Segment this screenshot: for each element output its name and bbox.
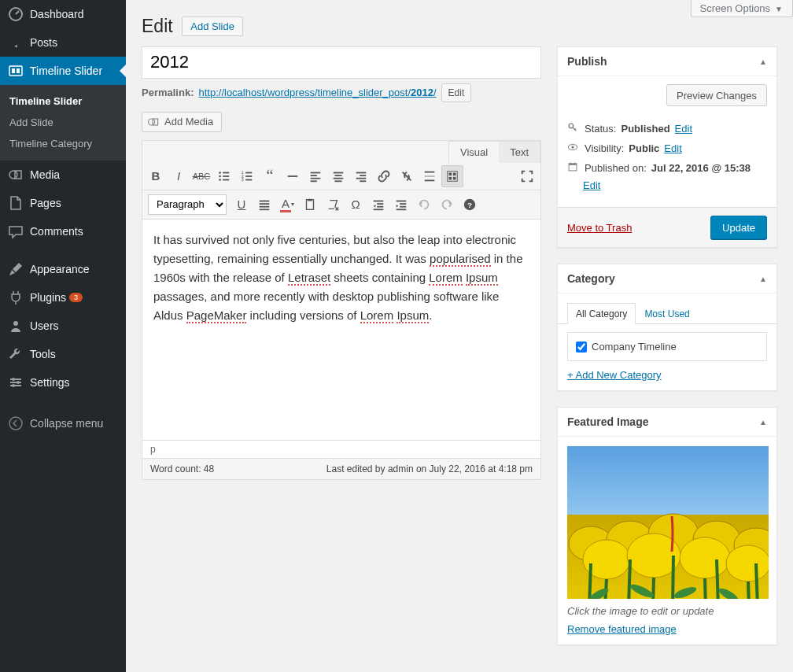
add-slide-button[interactable]: Add Slide — [182, 17, 243, 36]
edit-visibility-link[interactable]: Edit — [664, 142, 681, 154]
collapse-menu[interactable]: Collapse menu — [0, 409, 126, 438]
screen-options-button[interactable]: Screen Options▼ — [691, 0, 793, 17]
key-icon — [567, 122, 580, 135]
paste-text-button[interactable] — [299, 194, 321, 216]
svg-rect-69 — [569, 164, 577, 165]
submenu-timeline-slider[interactable]: Timeline Slider — [0, 90, 126, 112]
featured-image-caption: Click the image to edit or update — [567, 605, 767, 617]
svg-point-80 — [629, 582, 655, 599]
menu-tools[interactable]: Tools — [0, 340, 126, 368]
toolbar-toggle-button[interactable] — [441, 165, 463, 187]
category-checkbox[interactable] — [576, 342, 587, 353]
undo-button[interactable] — [413, 194, 435, 216]
add-media-button[interactable]: Add Media — [142, 112, 222, 132]
editor-tabs: Visual Text — [448, 141, 540, 163]
svg-rect-25 — [245, 175, 252, 177]
svg-point-82 — [717, 586, 740, 599]
svg-rect-1 — [9, 66, 22, 76]
move-to-trash-link[interactable]: Move to Trash — [567, 222, 632, 234]
bold-button[interactable]: B — [145, 165, 167, 187]
indent-button[interactable] — [390, 194, 412, 216]
editor-box: Visual Text B I ABC 123 “ — [142, 140, 541, 480]
menu-posts[interactable]: Posts — [0, 28, 126, 57]
menu-dashboard[interactable]: Dashboard — [0, 0, 126, 28]
menu-appearance[interactable]: Appearance — [0, 255, 126, 283]
featured-image-thumbnail[interactable] — [567, 446, 769, 599]
align-center-button[interactable] — [327, 165, 349, 187]
featured-image-header[interactable]: Featured Image ▲ — [558, 408, 776, 437]
tab-most-used[interactable]: Most Used — [636, 303, 698, 324]
plug-icon — [8, 290, 24, 305]
italic-button[interactable]: I — [168, 165, 190, 187]
strikethrough-button[interactable]: ABC — [190, 165, 212, 187]
svg-rect-36 — [335, 180, 342, 182]
underline-button[interactable]: U — [231, 194, 253, 216]
svg-point-13 — [9, 417, 22, 430]
svg-rect-61 — [400, 206, 406, 208]
justify-button[interactable] — [253, 194, 275, 216]
menu-plugins[interactable]: Plugins 3 — [0, 283, 126, 312]
hr-button[interactable] — [282, 165, 304, 187]
blockquote-button[interactable]: “ — [259, 165, 281, 187]
word-count: Word count: 48 — [150, 463, 214, 474]
clear-format-button[interactable] — [322, 194, 344, 216]
svg-rect-59 — [396, 200, 407, 201]
help-button[interactable]: ? — [459, 194, 481, 216]
svg-rect-47 — [449, 177, 452, 180]
align-right-button[interactable] — [350, 165, 372, 187]
format-select[interactable]: Paragraph — [148, 194, 227, 215]
publish-box-header[interactable]: Publish ▲ — [558, 47, 776, 76]
edit-permalink-button[interactable]: Edit — [441, 83, 472, 102]
link-button[interactable] — [373, 165, 395, 187]
redo-button[interactable] — [436, 194, 458, 216]
editor-element-path[interactable]: p — [142, 440, 540, 458]
preview-changes-button[interactable]: Preview Changes — [666, 84, 767, 106]
chevron-down-icon: ▼ — [775, 5, 783, 13]
update-button[interactable]: Update — [710, 216, 767, 239]
submenu-timeline: Timeline Slider Add Slide Timeline Categ… — [0, 85, 126, 161]
calendar-icon — [567, 161, 580, 175]
menu-media[interactable]: Media — [0, 161, 126, 189]
svg-rect-49 — [260, 200, 270, 201]
brush-icon — [8, 261, 24, 277]
submenu-timeline-category[interactable]: Timeline Category — [0, 133, 126, 154]
add-new-category-link[interactable]: + Add New Category — [567, 369, 662, 381]
category-box-header[interactable]: Category ▲ — [558, 264, 776, 294]
editor-content-area[interactable]: It has survived not only five centuries,… — [142, 220, 540, 440]
menu-users[interactable]: Users — [0, 312, 126, 340]
add-new-wrap: Add Slide — [182, 20, 243, 32]
text-color-button[interactable]: A▾ — [276, 194, 298, 216]
post-title-input[interactable] — [142, 46, 541, 79]
last-edited: Last edited by admin on July 22, 2016 at… — [326, 463, 533, 474]
fullscreen-button[interactable] — [516, 165, 538, 187]
category-item[interactable]: Company Timeline — [576, 341, 758, 353]
tab-text[interactable]: Text — [499, 142, 540, 163]
bullet-list-button[interactable] — [213, 165, 235, 187]
outdent-button[interactable] — [367, 194, 389, 216]
menu-settings[interactable]: Settings — [0, 368, 126, 397]
edit-status-link[interactable]: Edit — [675, 123, 692, 135]
tab-visual[interactable]: Visual — [449, 142, 499, 163]
svg-rect-45 — [449, 172, 452, 175]
readmore-button[interactable] — [419, 165, 441, 187]
submenu-add-slide[interactable]: Add Slide — [0, 112, 126, 133]
menu-comments[interactable]: Comments — [0, 217, 126, 246]
svg-rect-39 — [356, 178, 367, 179]
svg-point-65 — [569, 124, 574, 128]
svg-rect-37 — [356, 172, 367, 173]
align-left-button[interactable] — [304, 165, 326, 187]
numbered-list-button[interactable]: 123 — [236, 165, 258, 187]
comment-icon — [8, 223, 24, 239]
edit-date-link[interactable]: Edit — [583, 179, 767, 191]
permalink-link[interactable]: http://localhost/wordpress/timeline_slid… — [198, 87, 436, 98]
special-char-button[interactable]: Ω — [345, 194, 367, 216]
svg-point-78 — [726, 545, 769, 582]
menu-label: Tools — [30, 348, 56, 360]
unlink-button[interactable] — [396, 165, 418, 187]
menu-pages[interactable]: Pages — [0, 189, 126, 217]
remove-featured-image-link[interactable]: Remove featured image — [567, 623, 677, 635]
tab-all-category[interactable]: All Category — [567, 303, 636, 324]
svg-point-14 — [149, 119, 155, 125]
menu-timeline-slider[interactable]: Timeline Slider — [0, 57, 126, 85]
svg-point-6 — [13, 321, 18, 326]
